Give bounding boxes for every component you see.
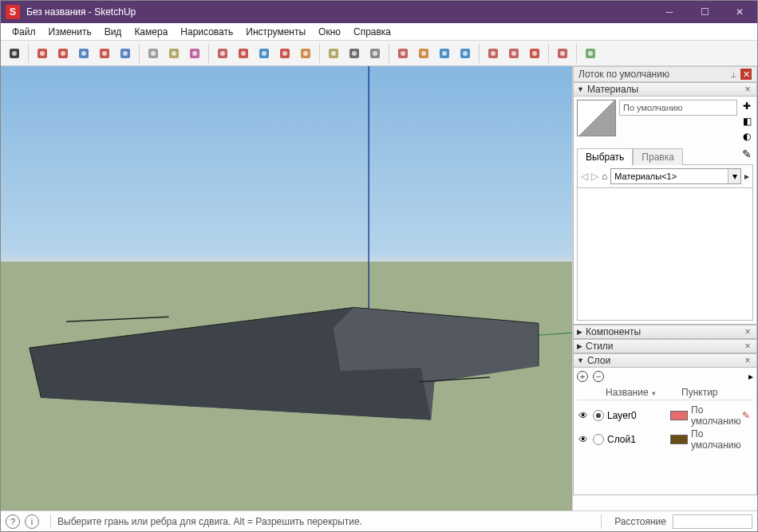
layers-menu-icon[interactable]: ▸ [748,371,753,382]
svg-point-31 [352,51,357,56]
panel-materials-header[interactable]: ▼ Материалы × [573,82,757,97]
remove-layer-icon[interactable]: − [593,371,604,382]
panel-components-header[interactable]: ▶ Компоненты × [573,325,757,339]
move-icon[interactable] [254,43,274,64]
edit-layer-icon[interactable]: ✎ [742,410,753,421]
circle-icon[interactable] [115,43,136,64]
panel-close-icon[interactable]: × [742,355,753,366]
panel-components-label: Компоненты [586,326,641,337]
nav-back-icon[interactable]: ◁ [581,170,588,183]
default-material-icon[interactable]: ◧ [740,115,753,128]
tape-icon[interactable] [164,43,184,64]
panel-styles-header[interactable]: ▶ Стили × [573,339,757,353]
active-layer-radio[interactable] [593,434,604,445]
user-icon[interactable] [580,43,601,64]
dim-icon[interactable] [365,43,385,64]
maximize-button[interactable]: ☐ [687,1,722,23]
close-button[interactable]: ✕ [722,1,757,23]
create-material-icon[interactable]: ✚ [740,100,753,112]
chevron-down-icon[interactable]: ▾ [728,169,740,183]
layer-name[interactable]: Layer0 [607,410,670,421]
addloc-icon[interactable] [552,43,573,64]
material-swatch[interactable] [577,100,616,136]
status-hint: Выберите грань или ребра для сдвига. Alt… [57,516,594,527]
col-name-header[interactable]: Название▾ [577,387,681,398]
minimize-button[interactable]: ─ [652,1,687,23]
menu-5[interactable]: Инструменты [239,25,312,39]
tab-select[interactable]: Выбрать [577,148,633,165]
panel-layers-header[interactable]: ▼ Слои × [573,353,757,368]
col-dash-header[interactable]: Пунктир [681,387,753,398]
menu-1[interactable]: Изменить [42,25,98,39]
panel-close-icon[interactable]: × [742,326,753,337]
3d-viewport[interactable] [1,66,572,510]
eyedropper-icon[interactable]: ✎ [742,148,753,164]
layer-row[interactable]: 👁Слой1По умолчанию [577,428,753,451]
pushpull-icon[interactable] [212,43,233,64]
menu-2[interactable]: Вид [98,25,128,39]
menu-6[interactable]: Окно [312,25,347,39]
lib-menu-icon[interactable]: ▸ [744,170,749,183]
active-layer-radio[interactable] [593,410,604,421]
layer-dash[interactable]: По умолчанию [691,428,742,451]
warehouse-icon[interactable] [483,43,503,64]
freehand-icon[interactable] [53,43,73,64]
layer-name[interactable]: Слой1 [607,434,670,445]
panel-close-icon[interactable]: × [742,341,753,352]
menubar: ФайлИзменитьВидКамераНарисоватьИнструмен… [1,23,757,41]
zoom-icon[interactable] [434,43,455,64]
sort-icon: ▾ [652,389,656,397]
svg-point-43 [491,51,495,56]
material-name-input[interactable] [619,100,737,116]
world-material-icon[interactable]: ◐ [740,130,753,143]
extensions-icon[interactable] [503,43,524,64]
eraser-icon[interactable] [143,43,164,64]
line-icon[interactable] [32,43,53,64]
tab-edit[interactable]: Правка [633,148,683,165]
tape2-icon[interactable] [323,43,344,64]
distance-value[interactable] [673,514,752,529]
menu-4[interactable]: Нарисовать [174,25,239,39]
tray-close-icon[interactable]: ✕ [740,69,752,80]
layers-icon[interactable] [524,43,545,64]
layer-color-swatch[interactable] [670,411,688,420]
rectangle-icon[interactable] [73,43,94,64]
layer-dash[interactable]: По умолчанию [691,404,742,427]
menu-7[interactable]: Справка [347,25,397,39]
toolbar-separator [139,44,140,63]
visibility-icon[interactable]: 👁 [577,434,590,445]
svg-point-3 [40,51,45,56]
nav-fwd-icon[interactable]: ▷ [591,170,598,183]
info-icon[interactable]: i [25,514,39,529]
pin-icon[interactable]: ⟂ [728,69,739,80]
select-icon[interactable] [4,43,25,64]
visibility-icon[interactable]: 👁 [577,410,590,421]
layer-row[interactable]: 👁Layer0По умолчанию✎ [577,404,753,428]
svg-point-9 [102,51,107,56]
rotate-icon[interactable] [274,43,295,64]
app-icon-letter: S [10,6,16,18]
arc-icon[interactable] [94,43,115,64]
menu-3[interactable]: Камера [128,25,174,39]
material-gallery[interactable] [577,188,753,321]
materials-panel: ✚ ◧ ◐ Выбрать Правка ✎ ◁ ▷ ⌂ ▾ ▸ [573,97,757,325]
layer-color-swatch[interactable] [670,435,688,444]
offset-icon[interactable] [233,43,254,64]
orbit-icon[interactable] [393,43,413,64]
nav-home-icon[interactable]: ⌂ [602,170,607,183]
toolbar-separator [576,44,577,63]
scale-icon[interactable] [295,43,316,64]
paint-icon[interactable] [184,43,205,64]
add-layer-icon[interactable]: + [577,371,588,382]
text-icon[interactable] [344,43,365,64]
zoomext-icon[interactable] [455,43,476,64]
svg-point-25 [282,51,287,56]
panel-close-icon[interactable]: × [742,84,753,95]
pan-icon[interactable] [413,43,434,64]
help-icon[interactable]: ? [6,514,20,529]
titlebar: S Без названия - SketchUp ─ ☐ ✕ [1,1,757,23]
material-lib-select[interactable] [611,169,728,183]
toolbar-separator [208,44,209,63]
toolbar-separator [548,44,549,63]
menu-0[interactable]: Файл [6,25,42,39]
